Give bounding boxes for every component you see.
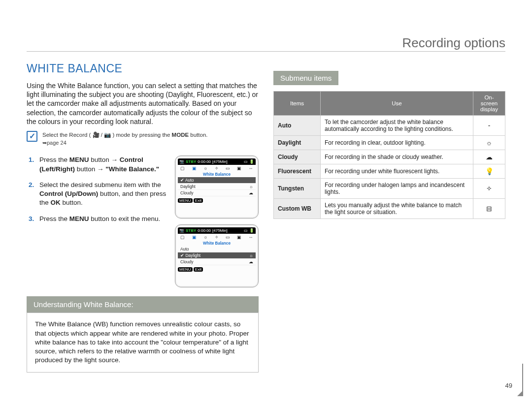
step-3: 3. Press the MENU button to exit the men… <box>29 215 169 223</box>
intro-paragraph: Using the White Balance function, you ca… <box>27 81 259 126</box>
stby-label: STBY <box>186 228 196 233</box>
table-row: Custom WB Lets you manually adjust the w… <box>274 199 505 219</box>
menu-row-cloudy: Cloudy☁ <box>178 259 256 265</box>
step-number: 1. <box>29 156 34 164</box>
camcorder-icon: 📷 <box>179 159 184 164</box>
wb-title: White Balance <box>178 241 256 246</box>
th-use: Use <box>321 92 473 116</box>
note-row: ✓ Select the Record ( 🎥 / 📷 ) mode by pr… <box>27 131 259 147</box>
tungsten-icon: ✧ <box>473 179 505 199</box>
fluorescent-icon: 💡 <box>473 164 505 179</box>
step-number: 2. <box>29 181 34 189</box>
camera-icon: 📷 <box>104 132 111 138</box>
cloudy-icon: ☁ <box>473 150 505 164</box>
check-icon: ✓ <box>27 131 37 142</box>
bottom-bar: MENU Exit <box>178 267 256 272</box>
item-cell: Daylight <box>274 136 321 150</box>
item-cell: Auto <box>274 116 321 136</box>
camcorder-icon: 📷 <box>179 228 184 233</box>
osd-icon: - <box>473 116 505 136</box>
use-cell: To let the camcorder adjust the white ba… <box>321 116 473 136</box>
mode-word: MODE <box>172 132 189 138</box>
wb-title: White Balance <box>178 172 256 177</box>
note-pageref: ➥page 24 <box>42 140 66 146</box>
lcd-screenshot-1: 📷 STBY 0:00:00 [475Min] ▭ 🔋 ▢▣☼✧▭▣↔ Whit… <box>175 156 259 219</box>
use-cell: Lets you manually adjust the white balan… <box>321 199 473 219</box>
time-label: 0:00:00 <box>198 159 211 164</box>
table-row: Cloudy For recording in the shade or clo… <box>274 150 505 164</box>
table-row: Tungsten For recording under halogen lam… <box>274 179 505 199</box>
th-osd: On-screen display <box>473 92 505 116</box>
th-items: Items <box>274 92 321 116</box>
menu-row-auto: Auto <box>178 246 256 252</box>
bottom-bar: MENU Exit <box>178 198 256 203</box>
understanding-banner: Understanding White Balance: <box>27 296 259 312</box>
step-number: 3. <box>29 215 34 223</box>
battery-icon: 🔋 <box>249 159 254 164</box>
submenu-banner: Submenu items <box>273 71 338 85</box>
submenu-table: Items Use On-screen display Auto To let … <box>273 91 505 219</box>
note-lead: Select the Record ( <box>42 132 91 138</box>
remain-label: [475Min] <box>212 228 228 233</box>
steps-list: 1. Press the MENU button → Control (Left… <box>27 156 169 287</box>
steps-and-screenshots: 1. Press the MENU button → Control (Left… <box>27 156 259 287</box>
menu-row-auto: ✔ Auto <box>178 177 256 184</box>
note-mid: ) mode by pressing the <box>112 132 171 138</box>
use-cell: For recording under halogen lamps and in… <box>321 179 473 199</box>
content-columns: WHITE BALANCE Using the White Balance fu… <box>27 62 505 373</box>
table-row: Daylight For recording in clear, outdoor… <box>274 136 505 150</box>
page-header-title: Recording options <box>402 35 505 51</box>
menu-row-daylight: Daylight☼ <box>178 184 256 190</box>
item-cell: Tungsten <box>274 179 321 199</box>
remain-label: [475Min] <box>212 159 228 164</box>
step-2: 2. Select the desired submenu item with … <box>29 181 169 208</box>
header-rule <box>27 51 505 52</box>
item-cell: Custom WB <box>274 199 321 219</box>
lcd-screenshot-2: 📷 STBY 0:00:00 [475Min] ▭ 🔋 ▢▣☼✧▭▣↔ Whit… <box>175 224 259 287</box>
right-column: Submenu items Items Use On-screen displa… <box>273 62 505 373</box>
understanding-box: The White Balance (WB) function removes … <box>27 312 259 372</box>
video-icon: 🎥 <box>93 132 100 138</box>
battery-icon: 🔋 <box>249 228 254 233</box>
use-cell: For recording in clear, outdoor lighting… <box>321 136 473 150</box>
tabs-bar: ▢▣☼✧▭▣↔ <box>178 234 256 241</box>
table-row: Fluorescent For recording under white fl… <box>274 164 505 179</box>
tabs-bar: ▢▣☼✧▭▣↔ <box>178 165 256 172</box>
use-cell: For recording under white fluorescent li… <box>321 164 473 179</box>
page-number: 49 <box>505 382 512 389</box>
customwb-icon: ⊟ <box>473 199 505 219</box>
table-row: Auto To let the camcorder adjust the whi… <box>274 116 505 136</box>
use-cell: For recording in the shade or cloudy wea… <box>321 150 473 164</box>
item-cell: Cloudy <box>274 150 321 164</box>
section-title: WHITE BALANCE <box>27 62 259 75</box>
screenshot-stack: 📷 STBY 0:00:00 [475Min] ▭ 🔋 ▢▣☼✧▭▣↔ Whit… <box>175 156 259 287</box>
item-cell: Fluorescent <box>274 164 321 179</box>
menu-row-daylight: ✔ Daylight☼ <box>178 252 256 259</box>
card-icon: ▭ <box>244 228 248 233</box>
corner-tab <box>518 364 523 395</box>
daylight-icon: ☼ <box>473 136 505 150</box>
card-icon: ▭ <box>244 159 248 164</box>
menu-row-cloudy: Cloudy☁ <box>178 190 256 196</box>
step-1: 1. Press the MENU button → Control (Left… <box>29 156 169 173</box>
note-text: Select the Record ( 🎥 / 📷 ) mode by pres… <box>42 131 207 147</box>
stby-label: STBY <box>186 159 196 164</box>
left-column: WHITE BALANCE Using the White Balance fu… <box>27 62 259 373</box>
note-tail: button. <box>190 132 207 138</box>
time-label: 0:00:00 <box>198 228 211 233</box>
